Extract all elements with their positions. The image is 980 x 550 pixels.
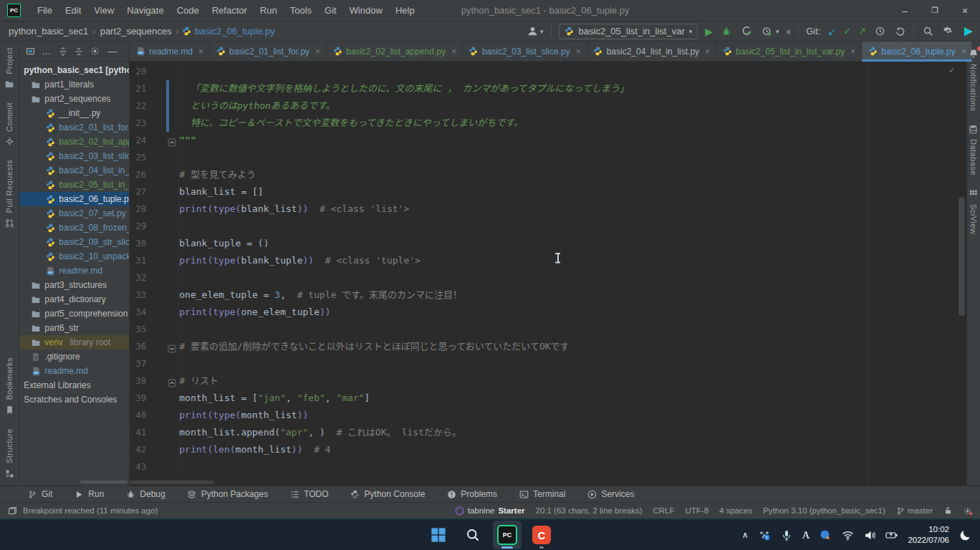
locate-file-icon[interactable] [25,45,35,58]
close-tab-icon[interactable]: × [705,47,710,57]
project-panel-hscrollbar[interactable] [80,481,128,483]
tool-window-bar-debug[interactable]: Debug [125,488,165,501]
close-tab-icon[interactable]: × [451,47,456,57]
tree-item[interactable]: python_basic_sec1 [python_b [19,63,129,77]
editor-tab-basic2_05_list_in_list_var.py[interactable]: basic2_05_list_in_list_var.py× [716,42,862,61]
close-button[interactable]: × [950,0,980,21]
editor-tab-basic2_06_tuple.py[interactable]: basic2_06_tuple.py× [862,42,972,61]
settings-gear-icon[interactable] [941,25,954,38]
fold-marker-icon[interactable] [168,376,178,386]
tool-window-bar-git[interactable]: Git [27,488,52,501]
plugin-logo-icon[interactable] [961,25,974,38]
menu-edit[interactable]: Edit [59,0,87,21]
run-button[interactable]: ▶ [705,26,713,37]
focus-assist-moon-icon[interactable] [959,529,971,541]
file-encoding[interactable]: UTF-8 [686,506,709,515]
editor-tab-basic2_04_list_in_list.py[interactable]: basic2_04_list_in_list.py× [587,42,716,61]
debug-button[interactable] [720,25,733,38]
close-tab-icon[interactable]: × [850,47,855,57]
tree-item[interactable]: basic2_07_set.py [19,206,129,221]
close-tab-icon[interactable]: × [315,47,320,57]
menu-refactor[interactable]: Refactor [206,0,254,21]
tool-window-button-structure[interactable]: Structure [3,423,16,486]
ime-mode-indicator[interactable]: A [802,529,810,541]
menu-window[interactable]: Window [343,0,389,21]
fold-marker-icon[interactable] [168,342,178,352]
tree-item[interactable]: basic2_03_list_slice.py [19,149,129,163]
notifications-gear-icon[interactable] [963,504,973,517]
code-with-me-user-icon[interactable] [526,25,539,38]
panel-settings-gear-icon[interactable] [90,45,100,58]
menu-view[interactable]: View [87,0,120,21]
stop-button[interactable]: ■ [787,27,792,36]
editor-hscrollbar[interactable] [130,481,214,484]
tree-item[interactable]: Scratches and Consoles [19,392,129,407]
start-button[interactable] [424,521,453,549]
tree-item[interactable]: MDreadme.md [19,364,129,378]
coverage-button[interactable] [760,25,773,38]
fold-marker-icon[interactable] [168,135,178,145]
tree-item[interactable]: .gitignore [19,349,129,364]
tool-window-bar-run[interactable]: Run [74,488,104,501]
rollback-button[interactable] [893,25,906,38]
breadcrumb-item[interactable]: part2_sequences [99,26,173,37]
menu-run[interactable]: Run [254,0,284,21]
tree-item[interactable]: External Libraries [19,378,129,392]
tool-window-button-notifications[interactable]: Notifications [967,42,980,117]
editor-tab-readme.md[interactable]: MDreadme.md× [130,42,210,61]
sync-tray-icon[interactable] [758,529,771,541]
taskbar-clock[interactable]: 10:02 2022/07/06 [908,524,949,546]
menu-navigate[interactable]: Navigate [120,0,170,21]
assistant-tray-icon[interactable] [819,529,832,541]
tree-item[interactable]: __init__.py [19,106,129,120]
menu-help[interactable]: Help [389,0,421,21]
search-button[interactable] [458,521,487,549]
tool-window-bar-services[interactable]: Services [587,488,634,501]
wifi-tray-icon[interactable] [841,529,854,541]
expand-all-icon[interactable] [58,45,67,58]
git-branch-widget[interactable]: master [896,506,933,516]
tree-item[interactable]: basic2_06_tuple.py [19,192,129,206]
minimize-button[interactable]: – [890,0,920,21]
tree-item[interactable]: part6_str [19,321,129,335]
tree-item[interactable]: part2_sequences [19,92,129,106]
git-commit-button[interactable]: ✓ [843,26,851,37]
breadcrumb-item[interactable]: python_basic_sec1 [7,26,90,37]
tool-window-bar-python-console[interactable]: Python Console [350,488,426,501]
python-interpreter[interactable]: Python 3.10 (python_basic_sec1) [763,506,885,515]
caret-position[interactable]: 20:1 (63 chars, 2 line breaks) [536,506,643,515]
event-log-icon[interactable] [7,504,17,517]
code-editor[interactable]: 2021 「変数に数値や文字列を格納しようとしたのに、文の末尾に ， カンマがあ… [130,62,966,486]
close-tab-icon[interactable]: × [198,47,203,57]
breadcrumb-item-file[interactable]: basic2_06_tuple.py [182,25,275,38]
indent-setting[interactable]: 4 spaces [719,506,752,515]
tool-window-button-database[interactable]: Database [967,117,980,181]
editor-tab-basic2_03_list_slice.py[interactable]: basic2_03_list_slice.py× [463,42,587,61]
tool-window-bar-todo[interactable]: TODO [289,488,328,501]
tool-window-button-bookmarks[interactable]: Bookmarks [3,352,16,423]
tree-item[interactable]: part5_comprehension [19,307,129,321]
write-lock-icon[interactable] [943,504,952,517]
history-button[interactable] [873,25,886,38]
tray-expand-chevron-icon[interactable]: ∧ [742,530,749,540]
chevron-down-icon[interactable]: ▾ [776,28,779,35]
tree-item[interactable]: basic2_05_list_in_list_v [19,178,129,192]
tool-window-button-sciview[interactable]: SciView [967,182,980,240]
taskbar-pycharm-button[interactable]: PC [493,521,522,549]
maximize-button[interactable]: ❐ [920,0,950,21]
menu-file[interactable]: File [31,0,59,21]
git-push-button[interactable]: ↗ [858,26,866,37]
editor-tab-basic2_01_list_for.py[interactable]: basic2_01_list_for.py× [210,42,327,61]
tool-window-button-commit[interactable]: Commit [3,97,16,154]
tree-item[interactable]: MDreadme.md [19,264,129,278]
tree-item[interactable]: basic2_08_frozen_set.p [19,221,129,235]
run-configuration-select[interactable]: basic2_05_list_in_list_var ▾ [559,24,698,39]
tree-item[interactable]: basic2_09_str_slice.py [19,235,129,249]
hide-panel-icon[interactable]: — [107,46,117,57]
close-tab-icon[interactable]: × [961,47,966,57]
search-everywhere-icon[interactable] [921,25,934,38]
editor-tab-basic2_02_list_append.py[interactable]: basic2_02_list_append.py× [327,42,463,61]
line-separator[interactable]: CRLF [653,506,674,515]
tree-item[interactable]: part3_structures [19,278,129,292]
status-message[interactable]: Breakpoint reached (11 minutes ago) [23,506,158,515]
